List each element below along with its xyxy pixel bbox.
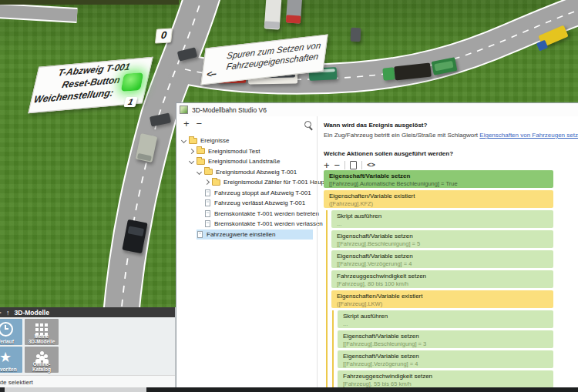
bottom-edge-middle bbox=[5, 387, 146, 392]
tile-label: Online-Katalog bbox=[25, 361, 59, 372]
search-icon[interactable] bbox=[304, 121, 311, 128]
folder-icon bbox=[212, 179, 220, 186]
tree-item-label: Ereignisse bbox=[200, 137, 229, 144]
folder-icon bbox=[189, 138, 197, 144]
document-icon bbox=[197, 231, 203, 238]
document-icon bbox=[205, 210, 210, 217]
models-panel-header: ▸ ↑ 3D-Modelle bbox=[0, 307, 175, 317]
code-view-icon[interactable]: <> bbox=[367, 161, 375, 169]
tree-item[interactable]: Fahrzeug stoppt auf Abzweig T-001 bbox=[176, 188, 313, 199]
action-subtitle: ... bbox=[337, 220, 548, 227]
vehicle-truck-red-gray[interactable] bbox=[286, 0, 302, 24]
lane-marker-0[interactable]: 0 bbox=[155, 28, 173, 43]
action-title: Eigenschaft/Variable setzen bbox=[337, 253, 548, 260]
action-block[interactable]: Eigenschaften/Variable existiert([Fahrze… bbox=[324, 190, 553, 208]
tree-item[interactable]: Ereignisse bbox=[176, 136, 313, 146]
tree-item-label: Ereignismodul Landstraße bbox=[208, 158, 280, 165]
document-icon bbox=[205, 220, 210, 227]
folder-icon bbox=[197, 148, 205, 154]
up-arrow-icon[interactable]: ↑ bbox=[6, 309, 10, 317]
action-title: Eigenschaften/Variable existiert bbox=[329, 193, 548, 199]
left-arrow-icon: <-- bbox=[206, 68, 217, 80]
action-block[interactable]: Eigenschaft/Variable setzen[[Fahrzeug].B… bbox=[338, 330, 553, 348]
tree-item[interactable]: Ereignismodul Zähler für T-001 Hauptspur… bbox=[176, 177, 313, 188]
trigger-description: Ein Zug/Fahrzeug betritt ein Gleis/Straß… bbox=[324, 132, 578, 139]
tree-item-label: Fahrzeug stoppt auf Abzweig T-001 bbox=[214, 189, 311, 196]
tree-item[interactable]: Bremskontakte T-001 werden betreten bbox=[176, 209, 313, 219]
tree-item[interactable]: Ereignismodul Abzweig T-001 bbox=[176, 167, 313, 178]
action-subtitle: [[Fahrzeug].Automatische Beschleunigung]… bbox=[329, 180, 548, 187]
chevron-right-icon[interactable] bbox=[204, 179, 210, 185]
indent-guide bbox=[332, 310, 334, 388]
folder-icon bbox=[204, 169, 213, 175]
model-category-tiles: VerlaufMeine 3D-ModelleFavoritenOnline-K… bbox=[0, 319, 59, 373]
dialog-title: 3D-Modellbahn Studio V6 bbox=[192, 106, 267, 114]
action-title: Eigenschaft/Variable setzen bbox=[329, 173, 548, 179]
action-subtitle: [[Fahrzeug].Beschleunigung] = 5 bbox=[337, 240, 548, 247]
action-block[interactable]: Skript ausführen... bbox=[338, 310, 553, 328]
copy-page-icon[interactable] bbox=[350, 161, 357, 169]
tree-item[interactable]: Fahrzeugwerte einstellen bbox=[176, 230, 313, 240]
action-subtitle: ([Fahrzeug].KFZ) bbox=[329, 200, 548, 207]
star-icon bbox=[0, 351, 12, 364]
tree-item[interactable]: Bremskontakte T-001 werden verlassen bbox=[176, 219, 313, 230]
action-list: Eigenschaft/Variable setzen[[Fahrzeug].A… bbox=[324, 170, 578, 390]
action-add-button[interactable]: + bbox=[324, 160, 330, 170]
keyword-link[interactable]: Eigenschaften von Fahrzeugen setzen bbox=[479, 132, 578, 139]
tile-clock[interactable]: Verlauf bbox=[0, 319, 22, 345]
event-editor-dialog: 3D-Modellbahn Studio V6 + − EreignisseEr… bbox=[176, 102, 578, 392]
selection-status-text: Objekte selektiert bbox=[0, 379, 33, 386]
action-title: Eigenschaft/Variable setzen bbox=[343, 353, 548, 360]
action-title: Eigenschaft/Variable setzen bbox=[337, 233, 548, 240]
vehicle-truck-white[interactable] bbox=[264, 0, 282, 30]
action-title: Eigenschaft/Variable setzen bbox=[343, 333, 548, 340]
tree-item-label: Bremskontakte T-001 werden betreten bbox=[214, 210, 319, 217]
action-block[interactable]: Fahrzeuggeschwindigkeit setzen[Fahrzeug]… bbox=[338, 370, 553, 388]
action-subtitle: [Fahrzeug], 55 bis 65 km/h bbox=[343, 380, 548, 387]
action-title: Fahrzeuggeschwindigkeit setzen bbox=[343, 373, 548, 380]
tile-people[interactable]: Online-Katalog bbox=[25, 347, 59, 373]
chevron-down-icon[interactable] bbox=[181, 138, 187, 143]
tree-remove-button[interactable]: − bbox=[197, 119, 203, 129]
action-subtitle: [[Fahrzeug].Verzögerung] = 4 bbox=[337, 260, 548, 267]
tile-label: Meine 3D-Modelle bbox=[25, 333, 59, 344]
vehicle-truck-green-cab[interactable] bbox=[382, 67, 395, 80]
tree-item[interactable]: Ereignismodul Test bbox=[176, 146, 313, 157]
taskbar-sliver bbox=[146, 387, 578, 392]
chevron-right-icon[interactable]: ▸ bbox=[0, 309, 2, 316]
tile-grid[interactable]: Meine 3D-Modelle bbox=[25, 319, 59, 345]
clock-icon bbox=[0, 322, 13, 337]
indent-guide bbox=[326, 210, 328, 388]
action-block[interactable]: Fahrzeuggeschwindigkeit setzen[Fahrzeug]… bbox=[331, 270, 553, 288]
action-subtitle: [[Fahrzeug].Verzögerung] = 4 bbox=[343, 360, 548, 367]
trigger-heading: Wann wird das Ereignis ausgelöst? bbox=[324, 122, 427, 129]
action-title: Eigenschaften/Variable existiert bbox=[337, 293, 548, 300]
tree-item[interactable]: Ereignismodul Landstraße bbox=[176, 156, 313, 167]
chevron-right-icon[interactable] bbox=[189, 149, 194, 154]
chevron-down-icon[interactable] bbox=[197, 169, 202, 175]
vehicle-car-dark-small[interactable] bbox=[351, 28, 361, 42]
tree-item-label: Fahrzeug verlässt Abzweig T-001 bbox=[214, 199, 305, 206]
event-detail-panel: Wann wird das Ereignis ausgelöst? Ein Zu… bbox=[324, 116, 578, 392]
panel-divider[interactable] bbox=[317, 116, 318, 392]
action-block[interactable]: Eigenschaft/Variable setzen[[Fahrzeug].V… bbox=[338, 350, 553, 368]
action-subtitle: ... bbox=[343, 320, 548, 327]
action-block[interactable]: Skript ausführen... bbox=[331, 210, 553, 228]
action-remove-button[interactable]: − bbox=[334, 160, 341, 170]
chevron-down-icon[interactable] bbox=[189, 159, 194, 164]
tree-item[interactable]: Fahrzeug verlässt Abzweig T-001 bbox=[176, 198, 313, 209]
tree-add-button[interactable]: + bbox=[183, 119, 190, 129]
actions-heading: Welche Aktionen sollen ausgeführt werden… bbox=[324, 150, 453, 157]
horizon-band bbox=[0, 0, 179, 5]
action-block[interactable]: Eigenschaft/Variable setzen[[Fahrzeug].V… bbox=[331, 250, 553, 268]
tile-star[interactable]: Favoriten bbox=[0, 347, 22, 373]
action-title: Skript ausführen bbox=[343, 313, 548, 320]
action-block[interactable]: Eigenschaft/Variable setzen[[Fahrzeug].B… bbox=[331, 230, 553, 248]
action-block[interactable]: Eigenschaften/Variable existiert([Fahrze… bbox=[331, 290, 553, 308]
tree-item-label: Ereignismodul Test bbox=[208, 148, 260, 155]
tile-label: Favoriten bbox=[0, 367, 22, 372]
models-panel: ▸ ↑ 3D-Modelle VerlaufMeine 3D-ModelleFa… bbox=[0, 307, 176, 387]
dialog-titlebar[interactable]: 3D-Modellbahn Studio V6 bbox=[176, 103, 578, 116]
tree-item-label: Fahrzeugwerte einstellen bbox=[207, 231, 275, 238]
action-block[interactable]: Eigenschaft/Variable setzen[[Fahrzeug].A… bbox=[324, 170, 553, 188]
